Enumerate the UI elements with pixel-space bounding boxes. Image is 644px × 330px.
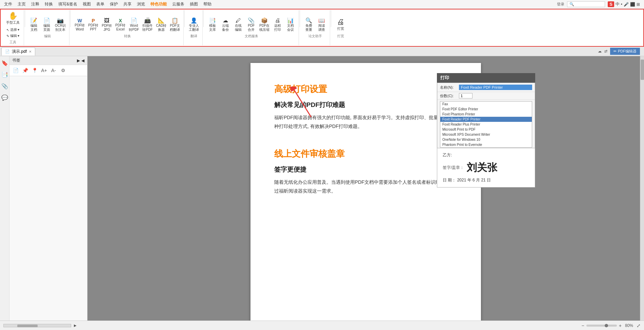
word-to-pdf-button[interactable]: 📄 Word转PDF [127, 17, 140, 32]
printer-list-item-4[interactable]: Foxit Reader Plus Printer [440, 122, 532, 127]
font-size-down-button[interactable]: A- [49, 66, 58, 74]
menu-home[interactable]: 主页 [15, 1, 28, 8]
zoom-minus-button[interactable]: − [582, 323, 584, 328]
sidebar-expand-icon[interactable]: ▶ [77, 58, 80, 63]
sidebar-nav-icon-4[interactable]: 💬 [0, 93, 9, 102]
free-check-button[interactable]: 🔍 免费查重 [303, 17, 315, 32]
template-button[interactable]: 📑 模板文库 [206, 17, 219, 32]
zoom-level-label: 80% [625, 323, 633, 328]
pdf-excel-label: PDF转Excel [115, 23, 125, 31]
remote-print-button[interactable]: 🖨 远程打印 [271, 17, 284, 32]
read-check-label: 阅读调查 [318, 24, 325, 32]
edit-tool-button[interactable]: ✎ 编辑 ▾ [5, 33, 21, 39]
printer-list-item-6[interactable]: Microsoft XPS Document Writer [440, 132, 532, 137]
cad-converter-button[interactable]: 📐 CAD转换器 [155, 17, 168, 32]
edit-page-label: 编辑页面 [43, 24, 50, 32]
pdf-editor-button[interactable]: ✏ PDF编辑器 [610, 48, 640, 55]
pdf-compress-button[interactable]: 📦 PDF在线压缩 [258, 17, 271, 32]
menu-cloud[interactable]: 云服务 [169, 1, 187, 8]
edit-page-button[interactable]: 📄 编辑页面 [41, 17, 53, 32]
menu-browse[interactable]: 浏览 [134, 1, 148, 8]
zoom-plus-button[interactable]: + [619, 323, 622, 328]
toolbar-group-convert: W PDF转Word P PDF转PPT 🖼 PDF转JPG X PDF转Exc… [71, 10, 184, 45]
expert-translate-button[interactable]: 👤 专业人工翻译 [187, 17, 200, 32]
search-input[interactable] [576, 2, 603, 6]
pdf-to-excel-button[interactable]: X PDF转Excel [114, 18, 127, 32]
menu-help[interactable]: 帮助 [201, 1, 214, 8]
menu-view[interactable]: 视图 [80, 1, 94, 8]
tab-close-button[interactable]: ✕ [29, 50, 32, 53]
pdf-word-icon: W [78, 18, 82, 23]
sidebar-nav-icon-3[interactable]: 📎 [0, 81, 9, 91]
tab-demo-pdf[interactable]: 📄 演示.pdf ✕ [1, 47, 35, 56]
pdf-translate-button[interactable]: 📋 PDF文档翻译 [168, 17, 181, 32]
expert-icon: 👤 [190, 18, 197, 23]
ocr-button[interactable]: 📷 OCR识别文本 [54, 17, 67, 32]
cloud-icon: ☁ [223, 18, 228, 23]
printer-list-item-5[interactable]: Microsoft Print to PDF [440, 127, 532, 132]
word-pdf-label: Word转PDF [129, 24, 139, 32]
read-check-icon: 📖 [318, 18, 325, 23]
horizontal-scrollbar[interactable] [3, 324, 71, 327]
cloud-backup-button[interactable]: ☁ 云端备份 [219, 17, 232, 32]
section2-subtitle: 签字更便捷 [274, 165, 457, 174]
menu-convert[interactable]: 转换 [42, 1, 56, 8]
printer-list-item-0[interactable]: Fax [440, 102, 532, 107]
status-bar: ▶ − + 80% ⤢ [0, 321, 644, 330]
zoom-slider[interactable] [586, 325, 617, 327]
print-name-value[interactable]: Foxit Reader PDF Printer [459, 85, 532, 90]
h-scrollbar-thumb[interactable] [17, 325, 38, 327]
party-row: 乙方: [443, 152, 529, 158]
menu-file[interactable]: 文件 [1, 1, 15, 8]
pdf-to-ppt-button[interactable]: P PDF转PPT [87, 18, 100, 32]
bookmark-text-add-button[interactable]: 📌 [21, 66, 29, 74]
ocr-label: OCR识别文本 [55, 24, 66, 32]
printer-list-item-7[interactable]: OneNote for Windows 10 [440, 137, 532, 142]
login-button[interactable]: 登录 [557, 2, 564, 7]
printer-list-item-2[interactable]: Foxit Phantom Printer [440, 112, 532, 117]
print-wide-button[interactable]: 🖨 打宽 [334, 17, 347, 32]
doc-meeting-button[interactable]: 📊 文档会议 [284, 17, 297, 32]
scrollbar-thumb[interactable] [641, 60, 644, 80]
docservices-group-label: 文档服务 [245, 34, 258, 39]
scan-pdf-label: 扫描件转PDF [142, 24, 153, 32]
bookmark-up-button[interactable]: 📍 [31, 66, 39, 74]
edit-doc-button[interactable]: 📝 编辑文档 [28, 17, 40, 32]
menu-share[interactable]: 共享 [121, 1, 134, 8]
print-dialog: 打印 名称(N): Foxit Reader PDF Printer 份数(C)… [437, 73, 535, 157]
vertical-scrollbar[interactable] [640, 56, 644, 321]
doc-meeting-icon: 📊 [287, 18, 294, 23]
online-edit-button[interactable]: 🖊 在线编辑 [232, 17, 244, 32]
menu-plugin[interactable]: 插图 [187, 1, 201, 8]
hand-tool-button[interactable]: ✋ 手型工具 [4, 11, 22, 26]
vertical-icon-strip: 🔖 📑 📎 💬 [0, 56, 9, 321]
pdf-merge-button[interactable]: 📎 PDF合并 [245, 17, 257, 32]
sidebar-settings-button[interactable]: ⚙ [59, 66, 67, 74]
menu-form[interactable]: 表单 [94, 1, 107, 8]
menu-special[interactable]: 特色功能 [148, 1, 169, 8]
sidebar-nav-icon-1[interactable]: 🔖 [0, 58, 9, 68]
menu-annotation[interactable]: 注释 [28, 1, 42, 8]
read-check-button[interactable]: 📖 阅读调查 [316, 17, 328, 32]
pdf-to-word-button[interactable]: W PDF转Word [73, 18, 86, 32]
toolbar-group-edit: 📝 编辑文档 📄 编辑页面 📷 OCR识别文本 编辑 [26, 10, 69, 45]
select-tool-button[interactable]: ↖ 选择 ▾ [5, 27, 21, 32]
printer-list-item-8[interactable]: Phantom Print to Evernote [440, 142, 532, 147]
pdf-editor-icon: ✏ [613, 49, 617, 53]
font-size-up-button[interactable]: A+ [40, 66, 48, 74]
printer-list-item-1[interactable]: Foxit PDF Editor Printer [440, 107, 532, 112]
pdf-viewer[interactable]: 高级打印设置 解决常见的PDF打印难题 福昕PDF阅读器拥有强大的打印功能, 界… [87, 56, 644, 321]
scroll-right-arrow[interactable]: ▶ [74, 324, 77, 327]
scan-to-pdf-button[interactable]: 📠 扫描件转PDF [141, 17, 154, 32]
fullscreen-button[interactable]: ⤢ [637, 323, 641, 328]
print-copies-input[interactable]: 1 [459, 93, 472, 98]
menu-fill-sign[interactable]: 填写&签名 [56, 1, 80, 8]
pdf-to-jpg-button[interactable]: 🖼 PDF转JPG [100, 17, 113, 32]
sidebar-nav-icon-2[interactable]: 📑 [0, 70, 9, 79]
printer-list-item-3-selected[interactable]: Foxit Reader PDF Printer [440, 117, 532, 122]
translate-group-label: 翻译 [190, 34, 197, 39]
bookmark-add-button[interactable]: 📄 [12, 66, 20, 74]
sidebar-close-icon[interactable]: ◀ [81, 58, 84, 63]
zoom-slider-thumb[interactable] [605, 324, 608, 327]
menu-protect[interactable]: 保护 [107, 1, 121, 8]
